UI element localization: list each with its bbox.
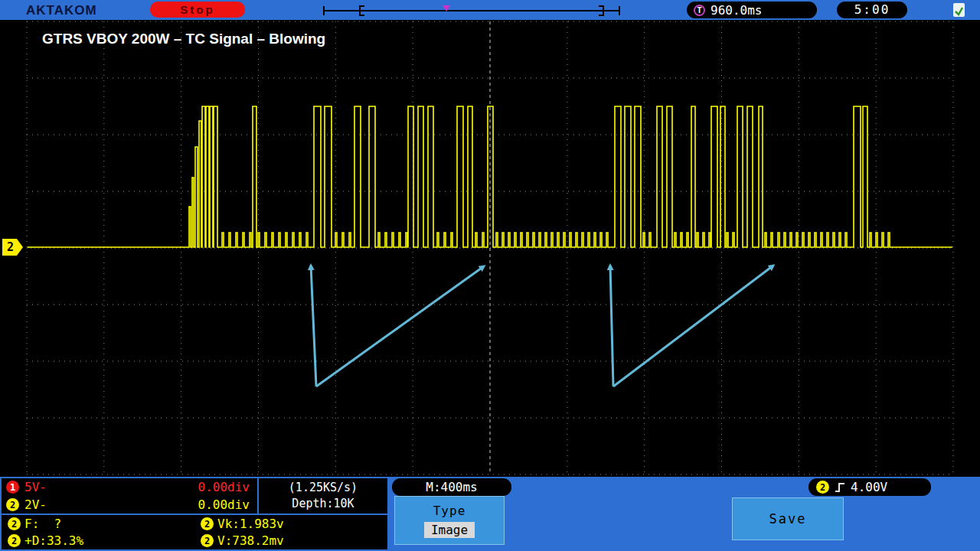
ch1-badge: 1 (6, 481, 19, 494)
trigger-time-value: 960.0ms (710, 3, 762, 18)
ch2-scale-row: 2 2V- 0.00div (2, 496, 257, 514)
measurement-v: 2 V:738.2mv (201, 533, 387, 549)
measurement-column-1: 2 F: ? 2 +D:33.3% (2, 515, 194, 549)
storage-icon (952, 2, 967, 18)
measurement-duty: 2 +D:33.3% (8, 533, 194, 549)
save-button[interactable]: Save (732, 497, 844, 540)
type-value: Image (424, 522, 475, 538)
measurement-vk: 2 Vk:1.983v (201, 516, 387, 532)
top-status-bar: AKTAKOM Stop T 960.0ms 5:00 (0, 0, 980, 20)
ch1-offset: 0.00div (198, 480, 250, 494)
bottom-status-bar: 1 5V- 0.00div 2 2V- 0.00div (1.25KS/s) D… (0, 477, 980, 551)
acquisition-info-box: (1.25KS/s) Depth:10K (259, 478, 387, 514)
sample-rate: (1.25KS/s) (259, 480, 387, 496)
trigger-level-readout: 2 4.00V (808, 478, 931, 496)
meas-ch2-badge: 2 (201, 534, 214, 547)
trigger-t-icon: T (694, 5, 705, 16)
ch2-volts-per-div: 2V- (24, 497, 47, 512)
rising-edge-icon (835, 481, 845, 494)
measurement-frequency: 2 F: ? (8, 516, 194, 532)
ch1-volts-per-div: 5V- (24, 480, 47, 494)
memory-depth: Depth:10K (259, 496, 387, 512)
scope-display-background (0, 20, 980, 477)
meas-ch2-badge: 2 (201, 517, 214, 530)
annotation-title: GTRS VBOY 200W – TC Signal – Blowing (42, 31, 325, 47)
measurement-box: 2 F: ? 2 +D:33.3% 2 Vk:1.983v 2 V:738.2m… (2, 515, 387, 549)
channel-scale-box: 1 5V- 0.00div 2 2V- 0.00div (2, 478, 257, 514)
run-state-badge[interactable]: Stop (150, 2, 245, 18)
meas-ch2-badge: 2 (8, 534, 21, 547)
measurement-column-2: 2 Vk:1.983v 2 V:738.2mv (194, 515, 387, 549)
trigger-level-value: 4.00V (851, 480, 887, 494)
type-label: Type (433, 504, 466, 518)
clock-readout: 5:00 (837, 2, 907, 18)
ch2-badge: 2 (6, 498, 19, 511)
trigger-time-readout: T 960.0ms (687, 2, 817, 18)
brand-logo: AKTAKOM (26, 3, 97, 18)
memory-position-bar[interactable] (322, 4, 622, 16)
ch2-offset: 0.00div (198, 497, 250, 512)
ch1-scale-row: 1 5V- 0.00div (2, 478, 257, 496)
type-button[interactable]: Type Image (394, 496, 505, 545)
trigger-source-badge: 2 (816, 481, 829, 494)
timebase-readout: M:400ms (392, 478, 511, 496)
meas-ch2-badge: 2 (8, 517, 21, 530)
